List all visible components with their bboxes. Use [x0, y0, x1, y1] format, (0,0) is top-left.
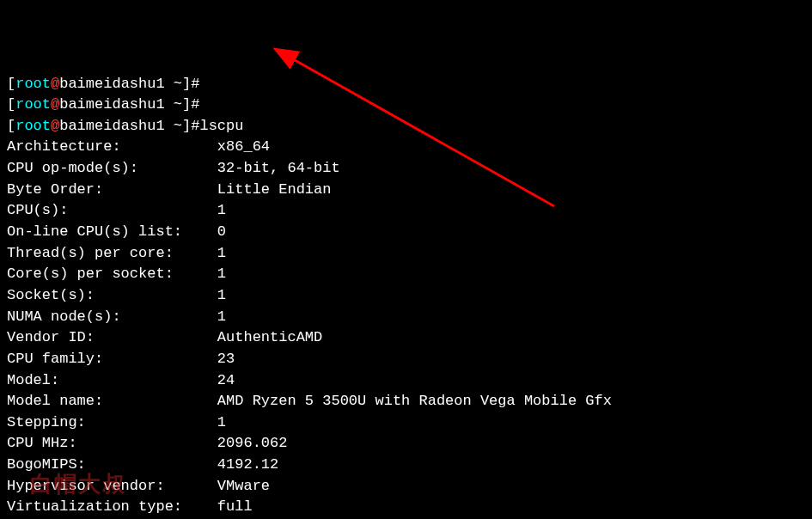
output-key: Virtualization type:	[7, 497, 217, 518]
output-value: VMware	[217, 476, 270, 498]
output-value: 2096.062	[217, 433, 288, 455]
output-row: Architecture: x86_64	[7, 137, 805, 158]
output-key: Hypervisor vendor:	[7, 476, 217, 498]
output-value: x86_64	[217, 137, 270, 158]
output-value: 1	[217, 243, 226, 265]
output-row: Thread(s) per core: 1	[7, 243, 805, 265]
output-key: Model:	[7, 370, 217, 392]
output-row: Hypervisor vendor: VMware	[7, 476, 805, 498]
prompt-line: [root@baimeidashu1 ~]#	[7, 95, 805, 116]
output-row: CPU op-mode(s): 32-bit, 64-bit	[7, 158, 805, 180]
output-value: 1	[217, 307, 226, 328]
output-key: Vendor ID:	[7, 327, 217, 349]
output-row: Vendor ID: AuthenticAMD	[7, 327, 805, 349]
output-key: BogoMIPS:	[7, 455, 217, 476]
output-value: AuthenticAMD	[217, 327, 322, 349]
output-value: 4192.12	[217, 455, 278, 476]
output-row: Virtualization type: full	[7, 497, 805, 518]
output-value: 0	[217, 222, 226, 243]
output-row: Socket(s): 1	[7, 285, 805, 307]
output-key: Model name:	[7, 391, 217, 412]
output-key: CPU family:	[7, 349, 217, 370]
output-value: 1	[217, 412, 226, 434]
output-key: On-line CPU(s) list:	[7, 222, 217, 243]
output-row: BogoMIPS: 4192.12	[7, 455, 805, 476]
output-value: AMD Ryzen 5 3500U with Radeon Vega Mobil…	[217, 391, 612, 412]
output-row: CPU MHz: 2096.062	[7, 433, 805, 455]
output-key: CPU op-mode(s):	[7, 158, 217, 180]
prompt-line: [root@baimeidashu1 ~]#lscpu	[7, 116, 805, 137]
output-row: On-line CPU(s) list: 0	[7, 222, 805, 243]
output-value: Little Endian	[217, 180, 332, 201]
output-value: 23	[217, 349, 235, 370]
output-value: 1	[217, 200, 226, 222]
output-key: Thread(s) per core:	[7, 243, 217, 265]
output-row: Stepping: 1	[7, 412, 805, 434]
output-value: 1	[217, 264, 226, 285]
output-key: Byte Order:	[7, 180, 217, 201]
output-row: Model: 24	[7, 370, 805, 392]
output-row: NUMA node(s): 1	[7, 307, 805, 328]
output-key: CPU MHz:	[7, 433, 217, 455]
output-key: NUMA node(s):	[7, 307, 217, 328]
output-value: 24	[217, 370, 235, 392]
output-row: Byte Order: Little Endian	[7, 180, 805, 201]
output-key: CPU(s):	[7, 200, 217, 222]
output-value: full	[217, 497, 253, 518]
output-row: CPU(s): 1	[7, 200, 805, 222]
terminal-output[interactable]: [root@baimeidashu1 ~]#[root@baimeidashu1…	[7, 74, 805, 519]
output-row: CPU family: 23	[7, 349, 805, 370]
output-key: Socket(s):	[7, 285, 217, 307]
output-key: Core(s) per socket:	[7, 264, 217, 285]
output-value: 32-bit, 64-bit	[217, 158, 340, 180]
output-value: 1	[217, 285, 226, 307]
output-key: Architecture:	[7, 137, 217, 158]
output-key: Stepping:	[7, 412, 217, 434]
output-row: Core(s) per socket: 1	[7, 264, 805, 285]
output-row: Model name: AMD Ryzen 5 3500U with Radeo…	[7, 391, 805, 412]
prompt-line-cut: [root@baimeidashu1 ~]#	[7, 74, 805, 95]
